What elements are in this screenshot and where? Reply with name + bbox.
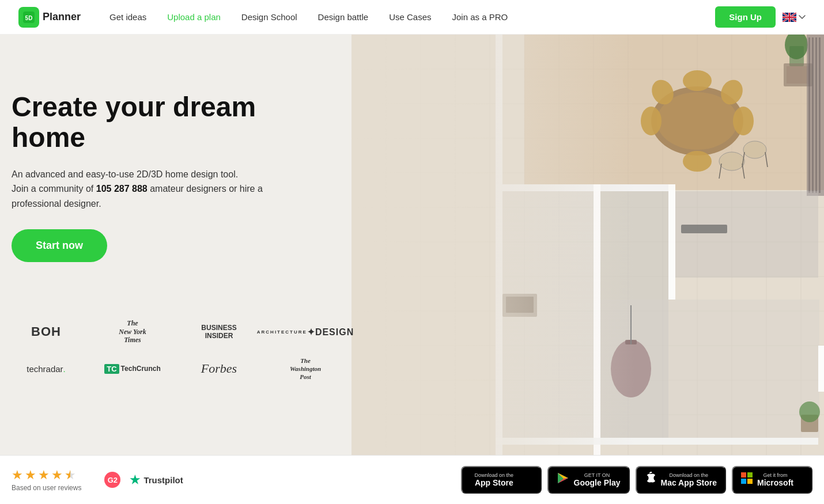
logo-icon: 5D: [18, 7, 39, 28]
svg-rect-79: [747, 479, 753, 484]
svg-text:5D: 5D: [25, 15, 33, 21]
trustpilot-star-icon: ★: [130, 473, 140, 487]
star-rating: ★ ★ ★ ★ ★ ★: [12, 468, 81, 483]
press-techradar: techradar.: [12, 357, 81, 380]
microsoft-icon: [741, 472, 753, 487]
bottom-bar: ★ ★ ★ ★ ★ ★ Based on user reviews G2 ★ T…: [0, 455, 824, 504]
mac-store-name: Mac App Store: [661, 478, 717, 487]
svg-rect-71: [351, 35, 824, 455]
g2-label: G2: [108, 476, 118, 484]
press-forbes: Forbes: [184, 357, 254, 380]
svg-rect-76: [741, 472, 746, 478]
press-wapo: TheWashingtonPost: [271, 357, 340, 380]
mac-app-store-badge[interactable]: Download on the Mac App Store: [636, 466, 727, 494]
logo-text: Planner: [43, 11, 81, 23]
app-store-text: Download on the App Store: [475, 472, 514, 487]
trustpilot-badge: ★ Trustpilot: [130, 473, 183, 487]
star-1: ★: [12, 468, 23, 483]
app-store-name: App Store: [475, 478, 514, 487]
microsoft-sub: Get it from: [757, 472, 793, 478]
microsoft-text: Get it from Microsoft: [757, 472, 793, 487]
header: 5D Planner Get ideas Upload a plan Desig…: [0, 0, 824, 35]
nav-design-battle[interactable]: Design battle: [308, 12, 379, 22]
apple-mac-icon: [645, 472, 656, 488]
signup-button[interactable]: Sign Up: [715, 6, 776, 28]
main-nav: Get ideas Upload a plan Design School De…: [99, 12, 715, 22]
nav-join-pro[interactable]: Join as a PRO: [441, 12, 518, 22]
microsoft-name: Microsoft: [757, 478, 793, 487]
mac-store-text: Download on the Mac App Store: [661, 472, 717, 487]
press-techcrunch: TC TechCrunch: [98, 357, 167, 380]
star-4: ★: [51, 468, 63, 483]
hero-description: An advanced and easy-to-use 2D/3D home d…: [12, 167, 277, 211]
star-5: ★ ★: [65, 468, 76, 483]
hero-section: Create your dream home An advanced and e…: [0, 35, 824, 455]
microsoft-badge[interactable]: Get it from Microsoft: [732, 466, 812, 494]
flag-icon: [783, 13, 796, 22]
nav-get-ideas[interactable]: Get ideas: [99, 12, 157, 22]
google-play-badge[interactable]: GET IT ON Google Play: [547, 466, 630, 494]
google-play-name: Google Play: [574, 478, 621, 487]
nav-design-school[interactable]: Design School: [231, 12, 308, 22]
press-logos: BOH TheNew YorkTimes BUSINESSINSIDER ARC…: [12, 320, 340, 380]
community-count: 105 287 888: [96, 184, 148, 194]
play-icon: [557, 472, 569, 488]
chevron-down-icon: [799, 15, 806, 20]
star-2: ★: [25, 468, 36, 483]
trustpilot-label: Trustpilot: [143, 475, 183, 485]
press-bi: BUSINESSINSIDER: [184, 320, 254, 343]
svg-rect-78: [741, 479, 746, 484]
g2-badge: G2: [104, 472, 120, 488]
logo[interactable]: 5D Planner: [18, 7, 81, 28]
nav-upload-plan[interactable]: Upload a plan: [157, 12, 231, 22]
google-play-sub: GET IT ON: [574, 472, 621, 478]
rating-section: ★ ★ ★ ★ ★ ★ Based on user reviews: [12, 468, 81, 492]
app-download-badges: Download on the App Store GET IT ON Goog…: [461, 466, 812, 494]
star-3: ★: [38, 468, 50, 483]
hero-title: Create your dream home: [12, 92, 317, 153]
app-store-sub: Download on the: [475, 472, 514, 478]
lang-selector[interactable]: [783, 13, 806, 22]
nav-use-cases[interactable]: Use Cases: [379, 12, 441, 22]
mac-store-sub: Download on the: [661, 472, 717, 478]
svg-rect-77: [747, 472, 753, 478]
google-play-text: GET IT ON Google Play: [574, 472, 621, 487]
press-boh: BOH: [12, 320, 81, 343]
header-right: Sign Up: [715, 6, 806, 28]
app-store-badge[interactable]: Download on the App Store: [461, 466, 542, 494]
press-arch: ARCHITECTURE ✦DESIGN: [271, 320, 340, 343]
stars-wrap: ★ ★ ★ ★ ★ ★ Based on user reviews: [12, 468, 81, 492]
hero-content: Create your dream home An advanced and e…: [12, 92, 317, 262]
start-now-button[interactable]: Start now: [12, 229, 107, 262]
review-badges: G2 ★ Trustpilot: [104, 472, 183, 488]
hero-image: [351, 35, 824, 455]
press-nyt: TheNew YorkTimes: [98, 320, 167, 343]
rating-label: Based on user reviews: [12, 484, 81, 492]
